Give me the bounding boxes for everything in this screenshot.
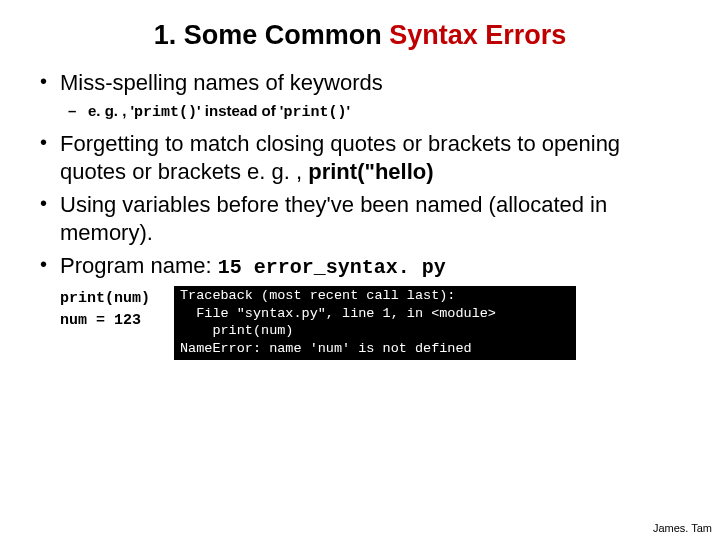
title-prefix: 1. Some Common <box>154 20 390 50</box>
sub-bullet-1: e. g. , 'primt()' instead of 'print()' <box>60 101 684 123</box>
sub-suffix: ' <box>346 102 350 119</box>
bullet-1-text: Miss-spelling names of keywords <box>60 70 383 95</box>
bullet-1: Miss-spelling names of keywords e. g. , … <box>36 69 684 122</box>
sub-prefix: e. g. , ' <box>88 102 134 119</box>
bullet-4: Program name: 15 error_syntax. py <box>36 252 684 280</box>
bullet-2: Forgetting to match closing quotes or br… <box>36 130 684 185</box>
bullet-2-bold: print("hello) <box>308 159 433 184</box>
sub-code2: print() <box>283 104 346 121</box>
bullet-3: Using variables before they've been name… <box>36 191 684 246</box>
code-block: print(num) num = 123 <box>60 286 150 332</box>
main-bullet-list: Miss-spelling names of keywords e. g. , … <box>36 69 684 280</box>
terminal-output: Traceback (most recent call last): File … <box>174 286 576 360</box>
footer-author: James. Tam <box>653 522 712 534</box>
bullet-3-text: Using variables before they've been name… <box>60 192 607 245</box>
code-terminal-row: print(num) num = 123 Traceback (most rec… <box>60 286 684 360</box>
bullet-4-text: Program name: <box>60 253 218 278</box>
slide-title: 1. Some Common Syntax Errors <box>0 0 720 61</box>
title-emphasis: Syntax Errors <box>389 20 566 50</box>
slide-content: Miss-spelling names of keywords e. g. , … <box>0 61 720 360</box>
sub-bullet-list: e. g. , 'primt()' instead of 'print()' <box>60 101 684 123</box>
sub-mid: ' instead of ' <box>197 102 283 119</box>
bullet-4-code: 15 error_syntax. py <box>218 256 446 279</box>
sub-code1: primt() <box>134 104 197 121</box>
